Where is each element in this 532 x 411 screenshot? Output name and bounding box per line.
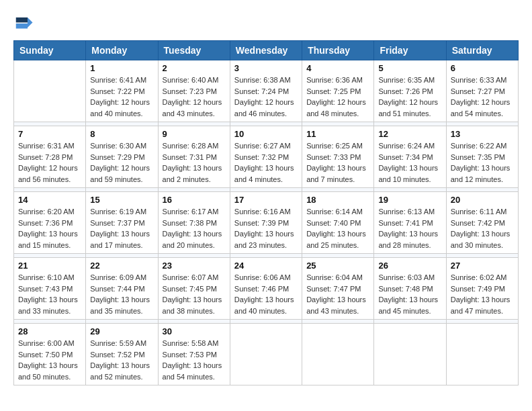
calendar-cell: 20Sunrise: 6:11 AMSunset: 7:42 PMDayligh… (446, 192, 518, 254)
calendar-cell: 3Sunrise: 6:38 AMSunset: 7:24 PMDaylight… (230, 60, 302, 122)
day-number: 16 (163, 195, 226, 205)
day-number: 3 (234, 63, 298, 73)
day-info: Sunrise: 6:33 AMSunset: 7:27 PMDaylight:… (451, 75, 514, 119)
weekday-header-friday: Friday (374, 41, 446, 60)
day-number: 5 (378, 63, 441, 73)
day-number: 21 (18, 261, 81, 271)
calendar-week-3: 14Sunrise: 6:20 AMSunset: 7:36 PMDayligh… (14, 192, 519, 254)
day-info: Sunrise: 6:09 AMSunset: 7:44 PMDaylight:… (90, 272, 153, 316)
calendar-cell: 12Sunrise: 6:24 AMSunset: 7:34 PMDayligh… (374, 126, 446, 188)
calendar-cell: 8Sunrise: 6:30 AMSunset: 7:29 PMDaylight… (86, 126, 158, 188)
day-info: Sunrise: 6:06 AMSunset: 7:46 PMDaylight:… (234, 272, 298, 316)
day-info: Sunrise: 6:24 AMSunset: 7:34 PMDaylight:… (378, 140, 441, 185)
day-number: 4 (306, 63, 369, 73)
day-number: 10 (234, 129, 298, 139)
calendar-cell: 30Sunrise: 5:58 AMSunset: 7:53 PMDayligh… (158, 324, 230, 385)
day-info: Sunrise: 6:22 AMSunset: 7:35 PMDaylight:… (451, 140, 514, 185)
day-info: Sunrise: 6:14 AMSunset: 7:40 PMDaylight:… (306, 206, 369, 250)
calendar-week-4: 21Sunrise: 6:10 AMSunset: 7:43 PMDayligh… (14, 258, 519, 320)
calendar-cell: 15Sunrise: 6:19 AMSunset: 7:37 PMDayligh… (86, 192, 158, 254)
calendar-cell: 19Sunrise: 6:13 AMSunset: 7:41 PMDayligh… (374, 192, 446, 254)
day-number: 26 (378, 261, 441, 271)
day-info: Sunrise: 6:35 AMSunset: 7:26 PMDaylight:… (378, 75, 441, 119)
day-number: 29 (90, 326, 153, 336)
calendar-cell: 27Sunrise: 6:02 AMSunset: 7:49 PMDayligh… (446, 258, 518, 320)
day-info: Sunrise: 6:31 AMSunset: 7:28 PMDaylight:… (18, 140, 81, 185)
calendar-cell: 13Sunrise: 6:22 AMSunset: 7:35 PMDayligh… (446, 126, 518, 188)
day-info: Sunrise: 6:00 AMSunset: 7:50 PMDaylight:… (18, 338, 81, 382)
svg-rect-2 (16, 17, 28, 23)
day-number: 24 (234, 261, 298, 271)
day-info: Sunrise: 6:10 AMSunset: 7:43 PMDaylight:… (18, 272, 81, 316)
calendar-cell: 7Sunrise: 6:31 AMSunset: 7:28 PMDaylight… (14, 126, 86, 188)
day-number: 30 (163, 326, 226, 336)
calendar-cell: 24Sunrise: 6:06 AMSunset: 7:46 PMDayligh… (230, 258, 302, 320)
day-number: 28 (18, 326, 81, 336)
day-number: 20 (451, 195, 514, 205)
day-number: 19 (378, 195, 441, 205)
calendar-cell: 29Sunrise: 5:59 AMSunset: 7:52 PMDayligh… (86, 324, 158, 385)
calendar-cell: 23Sunrise: 6:07 AMSunset: 7:45 PMDayligh… (158, 258, 230, 320)
day-info: Sunrise: 6:38 AMSunset: 7:24 PMDaylight:… (234, 75, 298, 119)
svg-rect-3 (16, 24, 28, 29)
day-info: Sunrise: 6:27 AMSunset: 7:32 PMDaylight:… (234, 140, 298, 185)
calendar-cell: 4Sunrise: 6:36 AMSunset: 7:25 PMDaylight… (302, 60, 374, 122)
calendar-cell (446, 324, 518, 385)
day-info: Sunrise: 6:17 AMSunset: 7:38 PMDaylight:… (163, 206, 226, 250)
day-info: Sunrise: 6:03 AMSunset: 7:48 PMDaylight:… (378, 272, 441, 316)
page-header (13, 13, 519, 34)
day-info: Sunrise: 6:41 AMSunset: 7:22 PMDaylight:… (90, 75, 153, 119)
day-info: Sunrise: 6:02 AMSunset: 7:49 PMDaylight:… (451, 272, 514, 316)
day-number: 7 (18, 129, 81, 139)
logo-icon (13, 13, 34, 34)
day-number: 18 (306, 195, 369, 205)
day-info: Sunrise: 6:04 AMSunset: 7:47 PMDaylight:… (306, 272, 369, 316)
calendar-cell: 9Sunrise: 6:28 AMSunset: 7:31 PMDaylight… (158, 126, 230, 188)
calendar-cell: 2Sunrise: 6:40 AMSunset: 7:23 PMDaylight… (158, 60, 230, 122)
calendar-cell (374, 324, 446, 385)
calendar-cell: 17Sunrise: 6:16 AMSunset: 7:39 PMDayligh… (230, 192, 302, 254)
day-info: Sunrise: 6:07 AMSunset: 7:45 PMDaylight:… (163, 272, 226, 316)
calendar-cell: 11Sunrise: 6:25 AMSunset: 7:33 PMDayligh… (302, 126, 374, 188)
calendar-week-2: 7Sunrise: 6:31 AMSunset: 7:28 PMDaylight… (14, 126, 519, 188)
calendar-cell: 1Sunrise: 6:41 AMSunset: 7:22 PMDaylight… (86, 60, 158, 122)
calendar-cell: 22Sunrise: 6:09 AMSunset: 7:44 PMDayligh… (86, 258, 158, 320)
calendar-cell: 5Sunrise: 6:35 AMSunset: 7:26 PMDaylight… (374, 60, 446, 122)
day-info: Sunrise: 6:30 AMSunset: 7:29 PMDaylight:… (90, 140, 153, 185)
calendar-cell (14, 60, 86, 122)
day-info: Sunrise: 6:13 AMSunset: 7:41 PMDaylight:… (378, 206, 441, 250)
day-info: Sunrise: 6:28 AMSunset: 7:31 PMDaylight:… (163, 140, 226, 185)
calendar-cell: 21Sunrise: 6:10 AMSunset: 7:43 PMDayligh… (14, 258, 86, 320)
calendar-cell (230, 324, 302, 385)
day-info: Sunrise: 5:58 AMSunset: 7:53 PMDaylight:… (163, 338, 226, 382)
calendar-body: 1Sunrise: 6:41 AMSunset: 7:22 PMDaylight… (14, 60, 519, 385)
weekday-header-monday: Monday (86, 41, 158, 60)
day-info: Sunrise: 6:16 AMSunset: 7:39 PMDaylight:… (234, 206, 298, 250)
weekday-header-saturday: Saturday (446, 41, 518, 60)
day-number: 9 (163, 129, 226, 139)
calendar-cell: 16Sunrise: 6:17 AMSunset: 7:38 PMDayligh… (158, 192, 230, 254)
day-number: 13 (451, 129, 514, 139)
calendar: SundayMondayTuesdayWednesdayThursdayFrid… (13, 40, 519, 385)
day-number: 27 (451, 261, 514, 271)
calendar-cell: 18Sunrise: 6:14 AMSunset: 7:40 PMDayligh… (302, 192, 374, 254)
logo (13, 13, 36, 34)
calendar-cell: 25Sunrise: 6:04 AMSunset: 7:47 PMDayligh… (302, 258, 374, 320)
weekday-header-tuesday: Tuesday (158, 41, 230, 60)
calendar-cell: 28Sunrise: 6:00 AMSunset: 7:50 PMDayligh… (14, 324, 86, 385)
calendar-cell: 26Sunrise: 6:03 AMSunset: 7:48 PMDayligh… (374, 258, 446, 320)
day-info: Sunrise: 6:36 AMSunset: 7:25 PMDaylight:… (306, 75, 369, 119)
day-number: 8 (90, 129, 153, 139)
weekday-header-sunday: Sunday (14, 41, 86, 60)
day-info: Sunrise: 6:19 AMSunset: 7:37 PMDaylight:… (90, 206, 153, 250)
day-number: 12 (378, 129, 441, 139)
day-info: Sunrise: 6:40 AMSunset: 7:23 PMDaylight:… (163, 75, 226, 119)
calendar-cell: 14Sunrise: 6:20 AMSunset: 7:36 PMDayligh… (14, 192, 86, 254)
day-number: 11 (306, 129, 369, 139)
calendar-cell: 6Sunrise: 6:33 AMSunset: 7:27 PMDaylight… (446, 60, 518, 122)
day-number: 17 (234, 195, 298, 205)
day-number: 15 (90, 195, 153, 205)
weekday-header-wednesday: Wednesday (230, 41, 302, 60)
day-number: 22 (90, 261, 153, 271)
day-number: 25 (306, 261, 369, 271)
